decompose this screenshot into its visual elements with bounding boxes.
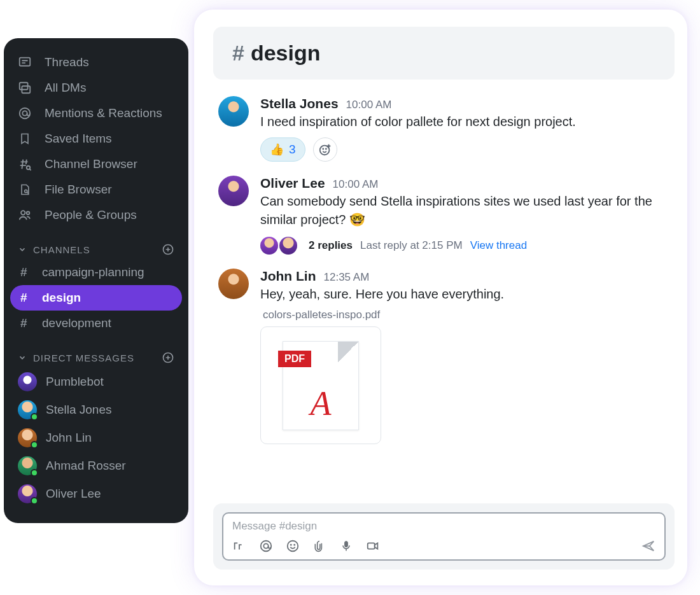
send-button[interactable]	[641, 539, 655, 553]
chevron-down-icon	[18, 353, 27, 362]
message: John Lin 12:35 AM Hey, yeah, sure. Here …	[213, 263, 675, 453]
sidebar: Threads All DMs Mentions & Reactions Sav…	[4, 38, 188, 523]
presence-indicator	[31, 497, 38, 505]
svg-point-12	[323, 149, 323, 150]
dm-john-lin[interactable]: John Lin	[10, 424, 182, 452]
svg-point-18	[294, 545, 295, 545]
dm-header[interactable]: DIRECT MESSAGES	[10, 345, 182, 368]
emoji-icon[interactable]	[286, 539, 300, 553]
message-author[interactable]: Stella Jones	[260, 96, 339, 111]
svg-point-13	[325, 149, 326, 150]
presence-indicator	[31, 469, 38, 477]
svg-point-6	[25, 190, 27, 192]
nav-label: Saved Items	[45, 132, 112, 146]
dm-pumblebot[interactable]: Pumblebot	[10, 368, 182, 396]
hash-icon: #	[232, 41, 244, 66]
message-author[interactable]: Oliver Lee	[260, 176, 325, 191]
message-feed: Stella Jones 10:00 AM I need inspiration…	[213, 80, 675, 503]
message-body: Can somebody send Stella inspirations si…	[260, 192, 669, 229]
attachment[interactable]: colors-palletes-inspo.pdf PDF A	[260, 309, 669, 444]
svg-point-4	[22, 111, 27, 115]
message-author[interactable]: John Lin	[260, 269, 316, 284]
composer[interactable]	[222, 512, 666, 561]
mic-icon[interactable]	[339, 539, 353, 553]
nav-saved[interactable]: Saved Items	[10, 126, 182, 151]
last-reply: Last reply at 2:15 PM	[360, 239, 463, 252]
add-channel-button[interactable]	[162, 243, 174, 256]
video-icon[interactable]	[366, 539, 380, 553]
avatar	[18, 484, 37, 503]
svg-point-11	[319, 146, 329, 155]
hash-icon: #	[20, 265, 32, 279]
dm-name: Stella Jones	[46, 403, 112, 417]
chevron-down-icon	[18, 245, 27, 254]
dm-name: Ahmad Rosser	[46, 459, 126, 473]
message-time: 12:35 AM	[324, 271, 370, 284]
svg-rect-0	[20, 58, 31, 66]
avatar	[18, 372, 37, 391]
thread-summary[interactable]: 2 replies Last reply at 2:15 PM View thr…	[260, 237, 669, 255]
mention-icon[interactable]	[259, 539, 273, 553]
nav-mentions[interactable]: Mentions & Reactions	[10, 101, 182, 126]
avatar[interactable]	[218, 96, 249, 127]
dm-name: Pumblebot	[46, 375, 104, 389]
message: Oliver Lee 10:00 AM Can somebody send St…	[213, 171, 675, 263]
message-input[interactable]	[232, 520, 655, 533]
nav-label: All DMs	[45, 81, 86, 95]
nav-all-dms[interactable]: All DMs	[10, 75, 182, 101]
nav-threads[interactable]: Threads	[10, 50, 182, 75]
channels-header[interactable]: CHANNELS	[10, 237, 182, 260]
dm-name: Oliver Lee	[46, 487, 101, 501]
avatar	[18, 428, 37, 447]
at-icon	[18, 106, 32, 120]
dm-label: DIRECT MESSAGES	[33, 353, 134, 363]
avatar	[279, 237, 297, 255]
svg-rect-20	[368, 543, 375, 549]
nav-label: Mentions & Reactions	[45, 106, 162, 120]
avatar	[18, 400, 37, 419]
reply-count: 2 replies	[309, 239, 353, 252]
dm-oliver-lee[interactable]: Oliver Lee	[10, 480, 182, 508]
message: Stella Jones 10:00 AM I need inspiration…	[213, 91, 675, 171]
nav-people[interactable]: People & Groups	[10, 202, 182, 228]
hash-search-icon	[18, 157, 32, 171]
channel-development[interactable]: # development	[10, 311, 182, 336]
presence-indicator	[31, 441, 38, 449]
add-reaction-button[interactable]	[313, 137, 337, 162]
thumbsup-icon: 👍	[270, 144, 284, 155]
avatar[interactable]	[218, 176, 249, 206]
svg-rect-19	[345, 542, 348, 547]
nav-label: Threads	[45, 55, 89, 69]
dm-stella-jones[interactable]: Stella Jones	[10, 396, 182, 424]
svg-point-16	[288, 541, 298, 552]
channel-label: campaign-planning	[42, 265, 144, 279]
channels-label: CHANNELS	[33, 244, 90, 255]
dm-ahmad-rosser[interactable]: Ahmad Rosser	[10, 452, 182, 480]
nav-channel-browser[interactable]: Channel Browser	[10, 151, 182, 177]
reaction-count: 3	[289, 143, 296, 157]
add-dm-button[interactable]	[162, 351, 174, 364]
people-icon	[18, 208, 32, 222]
channel-design[interactable]: # design	[10, 285, 182, 311]
composer-area	[213, 503, 675, 570]
channel-label: design	[42, 291, 81, 305]
format-icon[interactable]	[232, 539, 246, 553]
nav-file-browser[interactable]: File Browser	[10, 177, 182, 202]
channel-name: design	[251, 41, 321, 66]
view-thread-link[interactable]: View thread	[470, 239, 527, 252]
attach-icon[interactable]	[312, 539, 326, 553]
channel-title[interactable]: # design	[213, 27, 675, 80]
svg-point-7	[21, 211, 25, 214]
svg-point-17	[291, 545, 291, 545]
attachment-preview[interactable]: PDF A	[260, 326, 381, 444]
svg-point-3	[20, 108, 31, 119]
hash-icon: #	[20, 316, 32, 330]
avatar	[18, 456, 37, 475]
channel-campaign-planning[interactable]: # campaign-planning	[10, 260, 182, 285]
pdf-icon: PDF A	[283, 341, 359, 430]
svg-point-15	[263, 543, 268, 548]
avatar[interactable]	[218, 269, 249, 299]
message-body: Hey, yeah, sure. Here you have everythin…	[260, 285, 669, 304]
reaction-thumbsup[interactable]: 👍 3	[260, 137, 305, 162]
pdf-badge: PDF	[278, 351, 311, 367]
